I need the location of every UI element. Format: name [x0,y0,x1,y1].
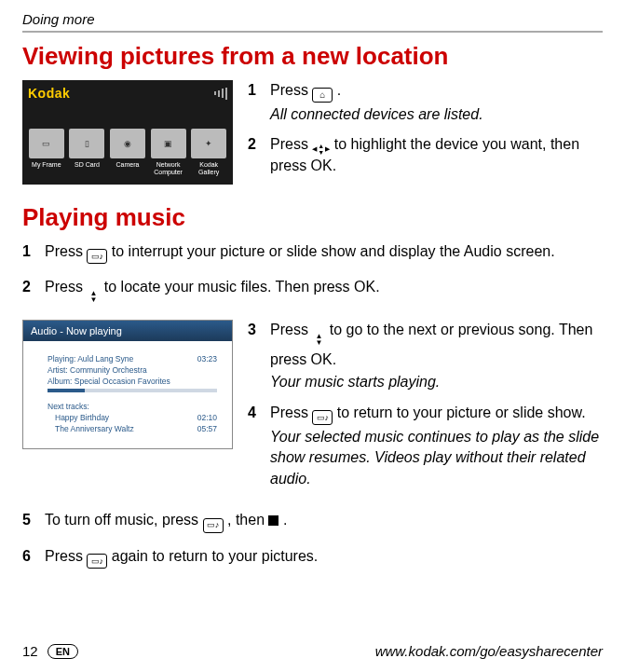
next-track-name: Happy Birthday [55,413,109,422]
music-screen-button-icon: ▭♪ [87,554,107,569]
device-kodak-gallery: ✦ Kodak Gallery [190,129,227,175]
audio-now-playing-screenshot: Audio - Now playing Playing: Auld Lang S… [22,320,233,449]
step-text: to return to your picture or slide show. [337,405,586,420]
step-1: 1 Press ▭♪ to interrupt your picture or … [22,241,603,264]
step-result: All connected devices are listed. [270,104,603,125]
step-text: Press [270,322,312,337]
step-text: To turn off music, press [45,512,203,528]
section-heading-music: Playing music [22,203,603,232]
music-screen-button-icon: ▭♪ [87,249,107,264]
breadcrumb: Doing more [22,11,603,27]
step-number: 2 [22,277,35,307]
step-number: 1 [22,241,35,264]
next-track-time: 05:57 [197,424,217,433]
frame-icon: ▭ [29,129,64,158]
step-3: 3 Press to go to the next or previous so… [248,320,603,393]
sd-card-icon: ▯ [69,129,104,158]
device-list-screenshot: Kodak ▭ My Frame ▯ SD Card ◉ Camera ▣ Ne… [22,80,233,185]
device-label: Network Computer [150,161,187,175]
step-text: Press [45,548,87,564]
music-screen-button-icon: ▭♪ [312,410,333,425]
progress-bar [48,389,217,392]
now-playing-album: Album: Special Occasion Favorites [48,377,217,386]
now-playing-artist: Artist: Community Orchestra [48,365,217,375]
next-track: Happy Birthday 02:10 [48,413,217,422]
step-text: Press [270,405,312,420]
next-track: The Anniversary Waltz 05:57 [48,424,217,433]
device-network-computer: ▣ Network Computer [150,129,187,175]
step-6: 6 Press ▭♪ again to return to your pictu… [22,546,603,569]
wifi-signal-icon [214,88,227,100]
step-number: 3 [248,320,261,393]
up-down-arrows-icon [87,290,100,307]
step-4: 4 Press ▭♪ to return to your picture or … [248,403,603,489]
page-number: 12 [22,643,38,659]
step-result: Your selected music continues to play as… [270,427,603,489]
gallery-icon: ✦ [191,129,226,158]
step-text: again to return to your pictures. [112,548,318,564]
step-text: Press [45,279,87,295]
footer-url: www.kodak.com/go/easysharecenter [375,643,603,659]
next-track-time: 02:10 [197,413,217,422]
step-result: Your music starts playing. [270,372,603,392]
step-text: , then [227,512,268,528]
camera-icon: ◉ [110,129,145,158]
step-text: . [283,512,287,528]
next-track-name: The Anniversary Waltz [55,424,134,433]
divider [22,31,603,33]
home-button-icon: ⌂ [312,88,333,103]
section-heading-viewing: Viewing pictures from a new location [22,42,603,71]
step-2: 2 Press ▲▼ to highlight the device you w… [248,134,603,176]
viewing-steps: 1 Press ⌂ . All connected devices are li… [248,80,603,186]
music-steps-right: 3 Press to go to the next or previous so… [248,320,603,499]
step-text: to locate your music files. Then press O… [104,279,380,295]
device-label: Kodak Gallery [190,161,227,175]
up-down-arrows-icon [312,333,325,350]
device-label: My Frame [32,161,61,169]
step-text: Press [270,82,312,98]
left-right-arrows-icon: ▲▼ [312,143,330,156]
step-text: Press [45,243,87,259]
step-number: 5 [22,510,35,532]
audio-header: Audio - Now playing [23,321,232,341]
page-footer: 12 EN www.kodak.com/go/easysharecenter [22,643,603,659]
step-number: 6 [22,546,35,569]
music-steps-bottom: 5 To turn off music, press ▭♪ , then . 6… [22,510,603,569]
kodak-logo: Kodak [28,86,70,101]
language-badge: EN [48,644,78,659]
step-1: 1 Press ⌂ . All connected devices are li… [248,80,603,125]
music-steps-top: 1 Press ▭♪ to interrupt your picture or … [22,241,603,307]
next-tracks-label: Next tracks: [48,402,217,411]
device-sd-card: ▯ SD Card [69,129,106,175]
stop-icon [268,515,279,526]
step-number: 4 [248,403,261,489]
device-camera: ◉ Camera [109,129,146,175]
now-playing-title: Playing: Auld Lang Syne [48,354,133,363]
step-text: to interrupt your picture or slide show … [112,243,555,259]
music-screen-button-icon: ▭♪ [203,518,224,533]
device-label: SD Card [75,161,100,169]
step-2: 2 Press to locate your music files. Then… [22,277,603,307]
step-5: 5 To turn off music, press ▭♪ , then . [22,510,603,532]
device-my-frame: ▭ My Frame [28,129,65,175]
now-playing-time: 03:23 [197,354,217,363]
computer-icon: ▣ [151,129,186,158]
step-number: 2 [248,134,261,176]
step-number: 1 [248,80,261,125]
device-label: Camera [116,161,140,169]
step-text: . [337,82,341,98]
step-text: Press [270,136,312,152]
